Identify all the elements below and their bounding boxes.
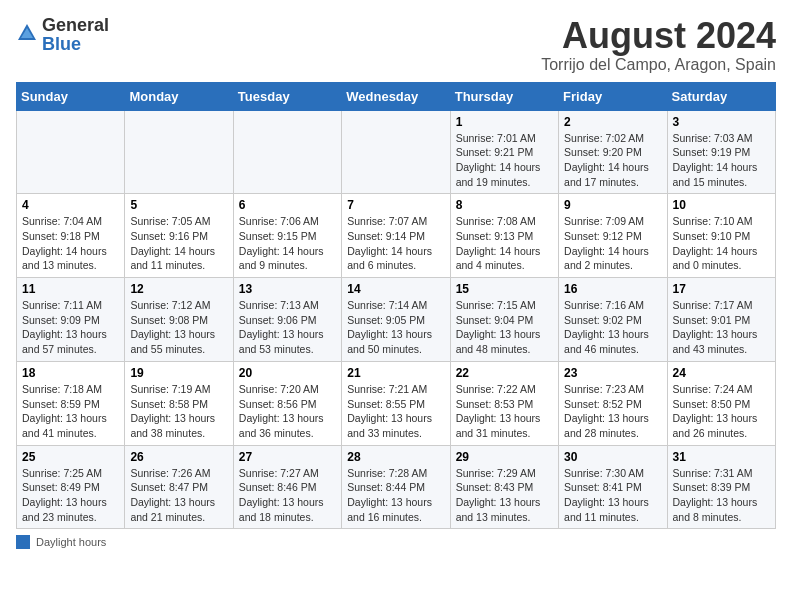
day-number: 19 (130, 366, 227, 380)
day-number: 28 (347, 450, 444, 464)
calendar-cell: 20Sunrise: 7:20 AMSunset: 8:56 PMDayligh… (233, 361, 341, 445)
day-info: Sunrise: 7:07 AMSunset: 9:14 PMDaylight:… (347, 214, 444, 273)
calendar-week-row: 11Sunrise: 7:11 AMSunset: 9:09 PMDayligh… (17, 278, 776, 362)
logo-general-text: General (42, 15, 109, 35)
day-number: 15 (456, 282, 553, 296)
calendar-cell: 23Sunrise: 7:23 AMSunset: 8:52 PMDayligh… (559, 361, 667, 445)
calendar-cell: 2Sunrise: 7:02 AMSunset: 9:20 PMDaylight… (559, 110, 667, 194)
calendar-day-header: Tuesday (233, 82, 341, 110)
day-info: Sunrise: 7:17 AMSunset: 9:01 PMDaylight:… (673, 298, 770, 357)
day-info: Sunrise: 7:14 AMSunset: 9:05 PMDaylight:… (347, 298, 444, 357)
calendar-cell: 31Sunrise: 7:31 AMSunset: 8:39 PMDayligh… (667, 445, 775, 529)
calendar-body: 1Sunrise: 7:01 AMSunset: 9:21 PMDaylight… (17, 110, 776, 529)
calendar-cell: 18Sunrise: 7:18 AMSunset: 8:59 PMDayligh… (17, 361, 125, 445)
day-info: Sunrise: 7:28 AMSunset: 8:44 PMDaylight:… (347, 466, 444, 525)
calendar-cell (17, 110, 125, 194)
calendar-cell (342, 110, 450, 194)
day-number: 31 (673, 450, 770, 464)
day-number: 6 (239, 198, 336, 212)
day-number: 23 (564, 366, 661, 380)
day-number: 30 (564, 450, 661, 464)
calendar-day-header: Thursday (450, 82, 558, 110)
day-number: 3 (673, 115, 770, 129)
calendar-cell: 25Sunrise: 7:25 AMSunset: 8:49 PMDayligh… (17, 445, 125, 529)
calendar-week-row: 4Sunrise: 7:04 AMSunset: 9:18 PMDaylight… (17, 194, 776, 278)
day-info: Sunrise: 7:02 AMSunset: 9:20 PMDaylight:… (564, 131, 661, 190)
logo-icon (16, 22, 38, 44)
calendar-week-row: 1Sunrise: 7:01 AMSunset: 9:21 PMDaylight… (17, 110, 776, 194)
day-number: 8 (456, 198, 553, 212)
logo: General Blue (16, 16, 109, 54)
calendar-header-row: SundayMondayTuesdayWednesdayThursdayFrid… (17, 82, 776, 110)
title-area: August 2024 Torrijo del Campo, Aragon, S… (541, 16, 776, 74)
calendar-cell: 11Sunrise: 7:11 AMSunset: 9:09 PMDayligh… (17, 278, 125, 362)
calendar-cell: 7Sunrise: 7:07 AMSunset: 9:14 PMDaylight… (342, 194, 450, 278)
subtitle: Torrijo del Campo, Aragon, Spain (541, 56, 776, 74)
calendar-cell: 3Sunrise: 7:03 AMSunset: 9:19 PMDaylight… (667, 110, 775, 194)
day-number: 14 (347, 282, 444, 296)
calendar-cell: 9Sunrise: 7:09 AMSunset: 9:12 PMDaylight… (559, 194, 667, 278)
daylight-box-icon (16, 535, 30, 549)
day-info: Sunrise: 7:25 AMSunset: 8:49 PMDaylight:… (22, 466, 119, 525)
day-info: Sunrise: 7:06 AMSunset: 9:15 PMDaylight:… (239, 214, 336, 273)
day-info: Sunrise: 7:01 AMSunset: 9:21 PMDaylight:… (456, 131, 553, 190)
day-number: 13 (239, 282, 336, 296)
calendar-cell: 29Sunrise: 7:29 AMSunset: 8:43 PMDayligh… (450, 445, 558, 529)
calendar-cell (233, 110, 341, 194)
day-info: Sunrise: 7:29 AMSunset: 8:43 PMDaylight:… (456, 466, 553, 525)
logo-blue-text: Blue (42, 34, 81, 54)
day-info: Sunrise: 7:21 AMSunset: 8:55 PMDaylight:… (347, 382, 444, 441)
calendar-cell: 30Sunrise: 7:30 AMSunset: 8:41 PMDayligh… (559, 445, 667, 529)
calendar-cell: 24Sunrise: 7:24 AMSunset: 8:50 PMDayligh… (667, 361, 775, 445)
calendar-cell (125, 110, 233, 194)
day-info: Sunrise: 7:03 AMSunset: 9:19 PMDaylight:… (673, 131, 770, 190)
calendar-day-header: Sunday (17, 82, 125, 110)
day-number: 7 (347, 198, 444, 212)
day-number: 5 (130, 198, 227, 212)
day-number: 17 (673, 282, 770, 296)
header: General Blue August 2024 Torrijo del Cam… (16, 16, 776, 74)
calendar-week-row: 25Sunrise: 7:25 AMSunset: 8:49 PMDayligh… (17, 445, 776, 529)
day-number: 9 (564, 198, 661, 212)
calendar-cell: 19Sunrise: 7:19 AMSunset: 8:58 PMDayligh… (125, 361, 233, 445)
day-number: 25 (22, 450, 119, 464)
calendar-cell: 15Sunrise: 7:15 AMSunset: 9:04 PMDayligh… (450, 278, 558, 362)
calendar-cell: 1Sunrise: 7:01 AMSunset: 9:21 PMDaylight… (450, 110, 558, 194)
main-title: August 2024 (541, 16, 776, 56)
day-number: 4 (22, 198, 119, 212)
calendar-cell: 27Sunrise: 7:27 AMSunset: 8:46 PMDayligh… (233, 445, 341, 529)
day-number: 2 (564, 115, 661, 129)
calendar-cell: 28Sunrise: 7:28 AMSunset: 8:44 PMDayligh… (342, 445, 450, 529)
day-number: 1 (456, 115, 553, 129)
calendar-cell: 26Sunrise: 7:26 AMSunset: 8:47 PMDayligh… (125, 445, 233, 529)
calendar-cell: 21Sunrise: 7:21 AMSunset: 8:55 PMDayligh… (342, 361, 450, 445)
calendar-cell: 16Sunrise: 7:16 AMSunset: 9:02 PMDayligh… (559, 278, 667, 362)
day-info: Sunrise: 7:22 AMSunset: 8:53 PMDaylight:… (456, 382, 553, 441)
day-number: 26 (130, 450, 227, 464)
calendar: SundayMondayTuesdayWednesdayThursdayFrid… (16, 82, 776, 530)
calendar-cell: 14Sunrise: 7:14 AMSunset: 9:05 PMDayligh… (342, 278, 450, 362)
day-number: 29 (456, 450, 553, 464)
daylight-label: Daylight hours (36, 536, 106, 548)
calendar-cell: 5Sunrise: 7:05 AMSunset: 9:16 PMDaylight… (125, 194, 233, 278)
calendar-cell: 13Sunrise: 7:13 AMSunset: 9:06 PMDayligh… (233, 278, 341, 362)
day-info: Sunrise: 7:13 AMSunset: 9:06 PMDaylight:… (239, 298, 336, 357)
calendar-cell: 12Sunrise: 7:12 AMSunset: 9:08 PMDayligh… (125, 278, 233, 362)
calendar-cell: 8Sunrise: 7:08 AMSunset: 9:13 PMDaylight… (450, 194, 558, 278)
calendar-day-header: Saturday (667, 82, 775, 110)
day-info: Sunrise: 7:23 AMSunset: 8:52 PMDaylight:… (564, 382, 661, 441)
calendar-cell: 17Sunrise: 7:17 AMSunset: 9:01 PMDayligh… (667, 278, 775, 362)
day-info: Sunrise: 7:27 AMSunset: 8:46 PMDaylight:… (239, 466, 336, 525)
day-number: 24 (673, 366, 770, 380)
day-number: 12 (130, 282, 227, 296)
day-info: Sunrise: 7:19 AMSunset: 8:58 PMDaylight:… (130, 382, 227, 441)
calendar-week-row: 18Sunrise: 7:18 AMSunset: 8:59 PMDayligh… (17, 361, 776, 445)
calendar-cell: 4Sunrise: 7:04 AMSunset: 9:18 PMDaylight… (17, 194, 125, 278)
day-info: Sunrise: 7:08 AMSunset: 9:13 PMDaylight:… (456, 214, 553, 273)
day-info: Sunrise: 7:30 AMSunset: 8:41 PMDaylight:… (564, 466, 661, 525)
footer-note: Daylight hours (16, 535, 776, 549)
day-info: Sunrise: 7:20 AMSunset: 8:56 PMDaylight:… (239, 382, 336, 441)
day-number: 16 (564, 282, 661, 296)
day-number: 21 (347, 366, 444, 380)
calendar-cell: 10Sunrise: 7:10 AMSunset: 9:10 PMDayligh… (667, 194, 775, 278)
